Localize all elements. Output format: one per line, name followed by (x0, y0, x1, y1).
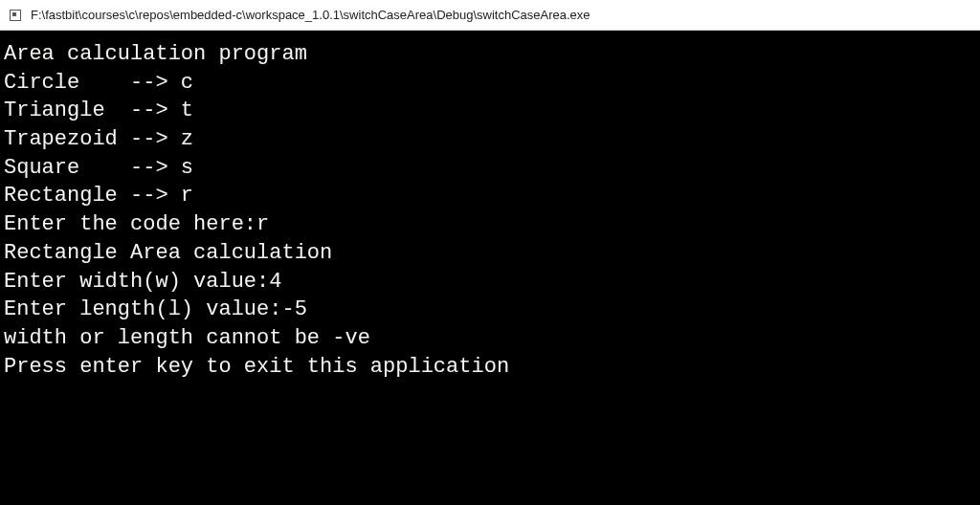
console-line: Circle --> c (4, 69, 976, 98)
console-line: Area calculation program (4, 40, 976, 69)
console-line: Square --> s (4, 154, 976, 183)
console-line: Triangle --> t (4, 97, 976, 125)
console-line: width or length cannot be -ve (4, 324, 976, 353)
console-line: Rectangle Area calculation (4, 239, 976, 268)
window-titlebar[interactable]: F:\fastbit\courses\c\repos\embedded-c\wo… (0, 0, 980, 31)
console-line: Enter width(w) value:4 (4, 268, 976, 296)
console-output[interactable]: Area calculation program Circle --> c Tr… (0, 31, 980, 505)
console-line: Trapezoid --> z (4, 125, 976, 154)
console-line: Press enter key to exit this application (4, 353, 976, 382)
console-line: Enter the code here:r (4, 210, 976, 239)
console-line: Rectangle --> r (4, 182, 976, 210)
console-line: Enter length(l) value:-5 (4, 296, 976, 324)
window-title: F:\fastbit\courses\c\repos\embedded-c\wo… (31, 8, 590, 22)
app-icon (8, 8, 23, 23)
